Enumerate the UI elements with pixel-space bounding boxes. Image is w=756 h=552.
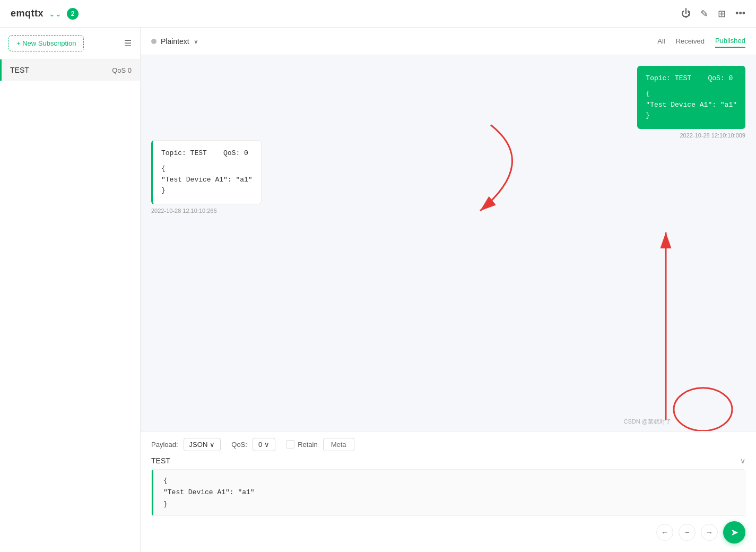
back-button[interactable]: ← [656,524,673,541]
topic-row: TEST ∨ [151,456,745,465]
received-timestamp: 2022-10-28 12:10:10:266 [151,208,262,214]
received-body: { "Test Device A1": "a1" } [161,163,253,196]
received-header: Topic: TEST QoS: 0 [161,148,253,159]
sidebar-header: + New Subscription ☰ [0,28,140,59]
published-timestamp: 2022-10-28 12:10:10:009 [637,132,745,139]
header-left: emqttx ⌄⌄ 2 [11,8,79,20]
connection-name: Plaintext [161,37,189,46]
edit-icon[interactable]: ✎ [700,8,708,20]
payload-line3: } [163,498,737,510]
filter-tabs: All Received Published [657,34,745,48]
content-header: Plaintext ∨ All Received Published [141,28,756,55]
qos-select[interactable]: 0 ∨ [253,438,275,451]
published-topic: Topic: TEST [646,74,691,82]
svg-point-0 [674,388,732,431]
payload-format-chevron: ∨ [210,441,215,448]
send-button[interactable]: ➤ [723,521,745,544]
published-qos: QoS: 0 [708,74,733,82]
payload-line1: { [163,475,737,487]
topic-value[interactable]: TEST [151,456,170,465]
received-bubble: Topic: TEST QoS: 0 { "Test Device A1": "… [151,140,262,204]
main-layout: + New Subscription ☰ TEST QoS 0 Plaintex… [0,28,756,552]
subscription-name: TEST [10,66,29,74]
payload-indicator [152,470,153,515]
power-icon[interactable]: ⏻ [681,8,691,19]
retain-checkbox[interactable] [286,440,294,448]
add-connection-icon[interactable]: ⊞ [718,8,726,20]
subscription-item[interactable]: TEST QoS 0 [0,59,140,81]
payload-area[interactable]: { "Test Device A1": "a1" } [151,469,745,516]
bottom-actions: ← − → ➤ [151,521,745,544]
received-qos: QoS: 0 [223,149,248,157]
header: emqttx ⌄⌄ 2 ⏻ ✎ ⊞ ••• [0,0,756,28]
collapse-icon[interactable]: ☰ [124,38,132,48]
received-topic: Topic: TEST [161,149,207,157]
notification-badge[interactable]: 2 [67,8,79,20]
bottom-panel: Payload: JSON ∨ QoS: 0 ∨ Retain Meta TES… [141,431,756,552]
messages-area: Topic: TEST QoS: 0 { "Test Device A1": "… [141,55,756,431]
published-message: Topic: TEST QoS: 0 { "Test Device A1": "… [637,66,745,139]
minus-button[interactable]: − [679,524,696,541]
content-area: Plaintext ∨ All Received Published Topic… [141,28,756,552]
forward-button[interactable]: → [701,524,718,541]
new-subscription-button[interactable]: + New Subscription [8,35,84,51]
retain-group: Retain [286,440,318,448]
tab-received[interactable]: Received [676,35,705,47]
published-bubble: Topic: TEST QoS: 0 { "Test Device A1": "… [637,66,745,129]
connection-chevron-icon[interactable]: ∨ [194,38,198,45]
subscription-qos: QoS 0 [112,66,132,74]
payload-line2: "Test Device A1": "a1" [163,487,737,498]
tab-published[interactable]: Published [715,34,745,48]
qos-label: QoS: [231,441,247,448]
published-body: { "Test Device A1": "a1" } [646,89,737,122]
status-dot [151,39,157,44]
logo-chevron-icon[interactable]: ⌄⌄ [49,10,62,18]
logo-text: emqttx [11,8,44,19]
bottom-toolbar: Payload: JSON ∨ QoS: 0 ∨ Retain Meta [151,438,745,451]
payload-content: { "Test Device A1": "a1" } [159,475,737,510]
qos-chevron: ∨ [264,441,270,448]
header-right: ⏻ ✎ ⊞ ••• [681,8,745,20]
meta-button[interactable]: Meta [323,438,354,451]
payload-format-select[interactable]: JSON ∨ [184,438,221,451]
topic-chevron-icon[interactable]: ∨ [740,456,745,465]
sidebar: + New Subscription ☰ TEST QoS 0 [0,28,141,552]
more-icon[interactable]: ••• [735,8,745,19]
watermark: CSDN @菜就对了 [624,418,671,426]
received-message: Topic: TEST QoS: 0 { "Test Device A1": "… [151,140,262,214]
tab-all[interactable]: All [657,35,665,47]
retain-label: Retain [298,441,318,448]
payload-label: Payload: [151,441,178,448]
published-header: Topic: TEST QoS: 0 [646,73,737,84]
connection-status: Plaintext ∨ [151,37,198,46]
